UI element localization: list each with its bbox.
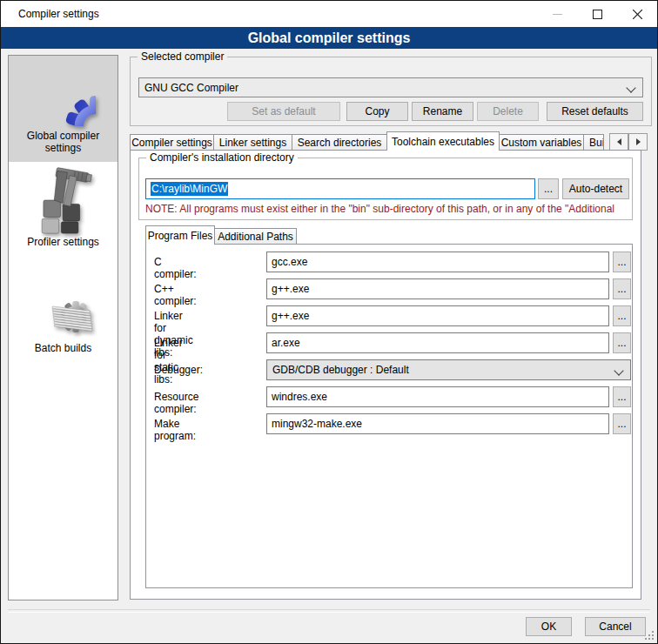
linker-static-browse-button[interactable]: ...: [613, 332, 631, 353]
resource-compiler-label: Resource compiler:: [154, 391, 198, 415]
blue-gear-icon: [30, 60, 97, 128]
sidebar-item-batch-builds[interactable]: Batch builds: [9, 268, 118, 374]
grey-gear-stack-icon: [30, 272, 97, 340]
auto-detect-button[interactable]: Auto-detect: [562, 178, 629, 199]
linker-static-label: Linker for static libs:: [154, 337, 183, 386]
sidebar-item-global-compiler-settings[interactable]: Global compiler settings: [9, 56, 118, 162]
make-program-browse-button[interactable]: ...: [613, 413, 631, 434]
reset-defaults-button[interactable]: Reset defaults: [547, 102, 643, 121]
resource-compiler-browse-button[interactable]: ...: [613, 386, 631, 407]
tab-search-directories[interactable]: Search directories: [292, 134, 387, 150]
installation-directory-selected-text: C:\raylib\MinGW: [151, 182, 228, 196]
cpp-compiler-value: g++.exe: [272, 283, 309, 295]
maximize-button[interactable]: [577, 1, 617, 27]
tab-scroll-left-button[interactable]: [609, 133, 628, 151]
window-title: Compiler settings: [18, 1, 99, 27]
maximize-icon: [593, 10, 602, 19]
bin-subdirectory-note: NOTE: All programs must exist either in …: [145, 203, 629, 215]
debugger-label: Debugger:: [154, 364, 203, 376]
selected-compiler-group: Selected compiler GNU GCC Compiler Set a…: [130, 57, 652, 126]
caliper-icon: [30, 166, 97, 234]
sidebar-item-label: Profiler settings: [27, 236, 99, 248]
c-compiler-label: C compiler:: [154, 256, 197, 280]
make-program-value: mingw32-make.exe: [272, 418, 362, 430]
linker-dynamic-value: g++.exe: [272, 310, 309, 322]
tab-scroll-right-button[interactable]: [628, 133, 648, 151]
scroll-right-icon: [636, 138, 641, 145]
minimize-button[interactable]: [537, 1, 577, 27]
close-icon: [633, 10, 642, 19]
installation-directory-browse-button[interactable]: ...: [538, 178, 559, 199]
compiler-combobox-value: GNU GCC Compiler: [144, 82, 238, 94]
debugger-combobox[interactable]: GDB/CDB debugger : Default: [266, 359, 631, 380]
title-bar: Compiler settings: [1, 1, 657, 27]
make-program-label: Make program:: [154, 418, 196, 442]
linker-static-input[interactable]: ar.exe: [266, 332, 609, 353]
tab-toolchain-executables[interactable]: Toolchain executables: [386, 131, 500, 151]
sidebar-item-label: Batch builds: [35, 342, 91, 354]
resize-grip[interactable]: [644, 630, 654, 640]
tab-linker-settings[interactable]: Linker settings: [213, 134, 292, 150]
copy-button[interactable]: Copy: [346, 102, 408, 121]
make-program-input[interactable]: mingw32-make.exe: [266, 413, 609, 434]
linker-dynamic-input[interactable]: g++.exe: [266, 305, 609, 326]
debugger-combobox-value: GDB/CDB debugger : Default: [272, 364, 409, 376]
set-as-default-button[interactable]: Set as default: [227, 102, 340, 121]
footer-divider: [8, 609, 650, 613]
cancel-button[interactable]: Cancel: [585, 617, 646, 636]
chevron-down-icon: [626, 83, 635, 92]
subtab-program-files[interactable]: Program Files: [145, 225, 215, 245]
tab-custom-variables[interactable]: Custom variables: [499, 134, 584, 150]
page-title: Global compiler settings: [1, 27, 657, 49]
scroll-left-icon: [617, 138, 621, 145]
main-tabstrip: Compiler settings Linker settings Search…: [130, 131, 648, 151]
sidebar-item-profiler-settings[interactable]: Profiler settings: [9, 162, 118, 268]
settings-sidebar: Global compiler settings: [8, 55, 118, 600]
cpp-compiler-label: C++ compiler:: [154, 283, 197, 307]
compiler-combobox[interactable]: GNU GCC Compiler: [138, 77, 643, 97]
tab-compiler-settings[interactable]: Compiler settings: [130, 134, 214, 150]
compiler-settings-dialog: Compiler settings Global compiler settin…: [0, 0, 658, 644]
linker-dynamic-browse-button[interactable]: ...: [613, 305, 631, 326]
ok-button[interactable]: OK: [526, 617, 572, 636]
resource-compiler-input[interactable]: windres.exe: [266, 386, 609, 407]
c-compiler-value: gcc.exe: [272, 256, 307, 268]
cpp-compiler-input[interactable]: g++.exe: [266, 278, 609, 299]
chevron-down-icon: [614, 366, 623, 375]
c-compiler-input[interactable]: gcc.exe: [266, 252, 609, 272]
caption-buttons: [537, 1, 657, 27]
rename-button[interactable]: Rename: [412, 102, 473, 121]
close-button[interactable]: [617, 1, 657, 27]
minimize-icon: [553, 10, 562, 19]
paths-tabstrip: Program Files Additional Paths: [145, 225, 633, 245]
selected-compiler-group-label: Selected compiler: [138, 50, 227, 63]
subtab-additional-paths[interactable]: Additional Paths: [214, 228, 297, 244]
resource-compiler-value: windres.exe: [272, 391, 327, 403]
linker-static-value: ar.exe: [272, 337, 300, 349]
sidebar-item-label: Global compiler settings: [9, 130, 118, 154]
installation-directory-input[interactable]: C:\raylib\MinGW: [145, 178, 535, 199]
installation-directory-group-label: Compiler's installation directory: [146, 151, 298, 164]
cpp-compiler-browse-button[interactable]: ...: [613, 278, 631, 299]
tab-build-truncated[interactable]: Build: [583, 134, 604, 150]
c-compiler-browse-button[interactable]: ...: [613, 252, 631, 272]
delete-button[interactable]: Delete: [477, 102, 539, 121]
